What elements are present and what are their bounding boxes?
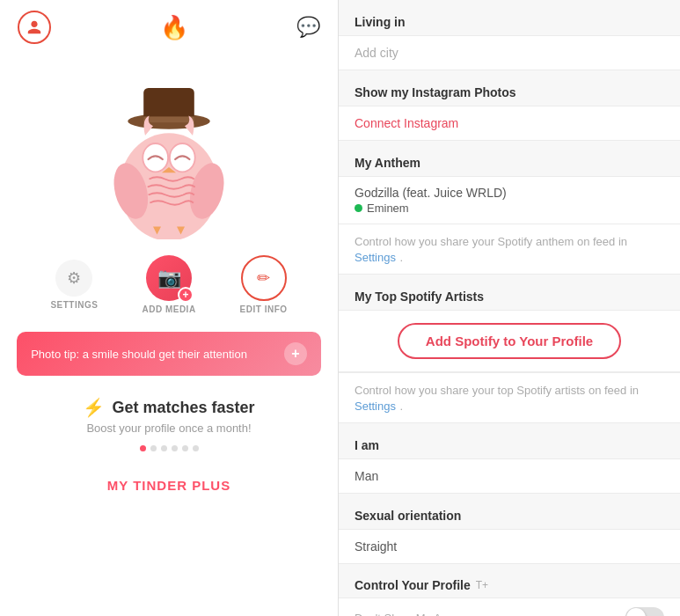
spotify-control-text: Control how you share your top Spotify a… [355, 384, 639, 397]
profile-section: ⚙ SETTINGS 📷 + ADD MEDIA ✏ EDIT INFO [0, 55, 338, 325]
i-am-value: Man [355, 469, 378, 483]
dot-5 [182, 445, 188, 451]
spotify-artists-header: My Top Spotify Artists [339, 280, 680, 310]
add-media-label: ADD MEDIA [142, 304, 195, 314]
spotify-control: Control how you share your top Spotify a… [339, 372, 680, 423]
add-city-placeholder[interactable]: Add city [355, 46, 398, 60]
spotify-dot-icon [355, 204, 362, 212]
dot-indicators [140, 445, 199, 451]
spotify-period: . [399, 400, 403, 413]
orientation-header: Sexual orientation [339, 499, 680, 529]
toggle-thumb [626, 608, 646, 616]
camera-icon: 📷 + [146, 255, 192, 301]
svg-rect-2 [143, 116, 194, 122]
settings-label: SETTINGS [50, 300, 98, 310]
boost-subtitle: Boost your profile once a month! [86, 422, 251, 435]
owl-illustration [90, 63, 248, 239]
anthem-content: Godzilla (feat. Juice WRLD) Eminem [339, 176, 680, 224]
instagram-header: Show my Instagram Photos [339, 76, 680, 106]
anthem-artist-name: Eminem [367, 202, 409, 215]
profile-icon[interactable] [18, 11, 51, 44]
living-in-title: Living in [355, 15, 406, 29]
dot-2 [150, 445, 157, 451]
dot-1 [140, 445, 146, 451]
anthem-track: Godzilla (feat. Juice WRLD) [355, 186, 664, 200]
left-panel: 🔥 💬 [0, 0, 339, 616]
edit-info-button[interactable]: ✏ EDIT INFO [240, 255, 288, 314]
photo-tip-banner[interactable]: Photo tip: a smile should get their atte… [17, 332, 321, 376]
boost-row: ⚡ Get matches faster [83, 397, 254, 418]
anthem-control-text: Control how you share your Spotify anthe… [355, 235, 627, 248]
anthem-settings-link[interactable]: Settings [355, 251, 396, 264]
svg-point-7 [170, 143, 195, 172]
tinder-plus-button[interactable]: MY TINDER PLUS [33, 466, 305, 505]
settings-gear-icon: ⚙ [55, 260, 92, 297]
boost-section: ⚡ Get matches faster Boost your profile … [0, 383, 338, 514]
anthem-title: My Anthem [355, 156, 420, 170]
dont-show-age-label: Don't Show My Age [355, 612, 454, 617]
dont-show-age-toggle-row: Don't Show My Age [355, 607, 664, 616]
photo-tip-text: Photo tip: a smile should get their atte… [31, 348, 247, 361]
edit-info-label: EDIT INFO [240, 304, 288, 314]
dot-4 [172, 445, 178, 451]
orientation-content: Straight [339, 529, 680, 564]
anthem-header: My Anthem [339, 146, 680, 176]
pencil-icon: ✏ [241, 255, 287, 301]
control-profile-title: Control Your Profile [355, 578, 471, 592]
settings-button[interactable]: ⚙ SETTINGS [50, 260, 98, 310]
spotify-artists-title: My Top Spotify Artists [355, 290, 484, 304]
instagram-content: Connect Instagram [339, 106, 680, 141]
right-panel: Living in Add city Show my Instagram Pho… [339, 0, 680, 616]
add-media-button[interactable]: 📷 + ADD MEDIA [142, 255, 195, 314]
messages-icon[interactable]: 💬 [296, 16, 320, 39]
living-in-content: Add city [339, 35, 680, 70]
living-in-header: Living in [339, 5, 680, 35]
spotify-settings-link[interactable]: Settings [355, 400, 396, 413]
svg-point-6 [143, 143, 168, 172]
lightning-icon: ⚡ [83, 397, 105, 418]
i-am-content: Man [339, 458, 680, 494]
instagram-title: Show my Instagram Photos [355, 85, 516, 99]
plus-icon: + [178, 287, 194, 303]
orientation-value: Straight [355, 539, 397, 554]
connect-instagram-link[interactable]: Connect Instagram [355, 116, 458, 130]
dot-6 [193, 445, 199, 451]
dot-3 [161, 445, 167, 451]
anthem-control: Control how you share your Spotify anthe… [339, 224, 680, 275]
dont-show-age-toggle[interactable] [625, 607, 664, 616]
top-nav: 🔥 💬 [0, 0, 338, 55]
control-profile-header: Control Your Profile T+ [339, 569, 680, 598]
dont-show-age-row: Don't Show My Age [339, 598, 680, 616]
i-am-header: I am [339, 429, 680, 458]
control-profile-badge: T+ [476, 579, 488, 591]
boost-title: Get matches faster [112, 399, 254, 417]
add-spotify-button[interactable]: Add Spotify to Your Profile [398, 323, 621, 359]
action-buttons: ⚙ SETTINGS 📷 + ADD MEDIA ✏ EDIT INFO [0, 255, 338, 314]
anthem-artist: Eminem [355, 202, 664, 215]
photo-tip-plus-button[interactable]: + [284, 342, 307, 365]
orientation-title: Sexual orientation [355, 509, 461, 523]
tinder-logo-icon: 🔥 [160, 14, 188, 41]
spotify-button-container: Add Spotify to Your Profile [339, 310, 680, 372]
i-am-title: I am [355, 438, 379, 452]
anthem-period: . [399, 251, 403, 264]
